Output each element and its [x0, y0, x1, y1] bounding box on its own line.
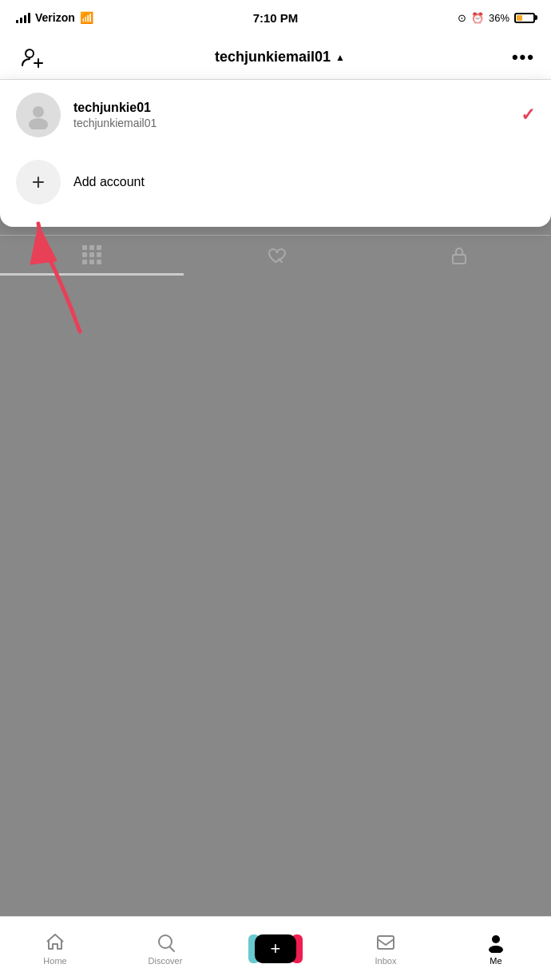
svg-point-7 [159, 935, 172, 948]
svg-rect-9 [378, 936, 394, 949]
account-info: techjunkie01 techjunkiemail01 [73, 101, 508, 129]
account-dropdown: techjunkie01 techjunkiemail01 ✓ + Add ac… [0, 80, 551, 227]
dropdown-arrow-icon: ▲ [335, 52, 345, 63]
tab-grid[interactable] [0, 236, 184, 276]
wifi-icon: 📶 [80, 11, 93, 24]
me-label: Me [490, 956, 501, 966]
add-account-item[interactable]: + Add account [0, 150, 551, 214]
carrier-label: Verizon [35, 11, 75, 24]
svg-rect-3 [453, 255, 466, 264]
top-nav: techjunkiemail01 ▲ ••• [0, 35, 551, 80]
svg-point-4 [33, 106, 44, 117]
nav-title[interactable]: techjunkiemail01 ▲ [215, 49, 345, 65]
home-label: Home [43, 956, 66, 966]
add-account-label: Add account [73, 175, 145, 189]
nav-username: techjunkiemail01 [215, 49, 331, 65]
bottom-nav: Home Discover + Inbox [0, 916, 551, 980]
screen-record-icon: ⊙ [458, 12, 466, 24]
plus-icon: + [271, 938, 281, 959]
bottom-nav-me[interactable]: Me [441, 932, 551, 966]
battery-percent: 36% [489, 12, 509, 24]
add-circle-icon: + [16, 160, 61, 204]
me-icon [486, 932, 506, 953]
more-options-button[interactable]: ••• [512, 47, 535, 68]
bottom-nav-discover[interactable]: Discover [110, 932, 220, 966]
account-avatar [16, 93, 61, 137]
bottom-nav-inbox[interactable]: Inbox [331, 932, 441, 966]
bottom-nav-create[interactable]: + [220, 934, 331, 963]
add-user-button[interactable] [16, 42, 48, 73]
account-display-name: techjunkie01 [73, 101, 508, 115]
profile-tabs [0, 235, 551, 276]
svg-point-10 [492, 935, 500, 943]
active-checkmark-icon: ✓ [521, 105, 535, 125]
create-button[interactable]: + [255, 934, 296, 963]
inbox-label: Inbox [375, 956, 397, 966]
battery-icon [514, 13, 535, 23]
discover-label: Discover [149, 956, 183, 966]
alarm-icon: ⏰ [471, 12, 484, 24]
svg-point-5 [29, 118, 48, 129]
status-right: ⊙ ⏰ 36% [458, 12, 535, 24]
tab-liked[interactable] [184, 236, 367, 276]
bottom-nav-home[interactable]: Home [0, 932, 110, 966]
grid-icon [82, 245, 101, 264]
status-bar: Verizon 📶 7:10 PM ⊙ ⏰ 36% [0, 0, 551, 35]
account-item-active[interactable]: techjunkie01 techjunkiemail01 ✓ [0, 80, 551, 150]
svg-point-0 [26, 50, 34, 58]
discover-icon [155, 932, 176, 953]
account-handle: techjunkiemail01 [73, 117, 508, 129]
status-left: Verizon 📶 [16, 11, 93, 24]
home-icon [45, 932, 65, 953]
svg-point-11 [489, 946, 503, 953]
status-time: 7:10 PM [253, 11, 299, 25]
signal-icon [16, 12, 30, 23]
svg-line-8 [170, 947, 174, 951]
inbox-icon [375, 932, 396, 953]
tab-private[interactable] [367, 236, 551, 276]
